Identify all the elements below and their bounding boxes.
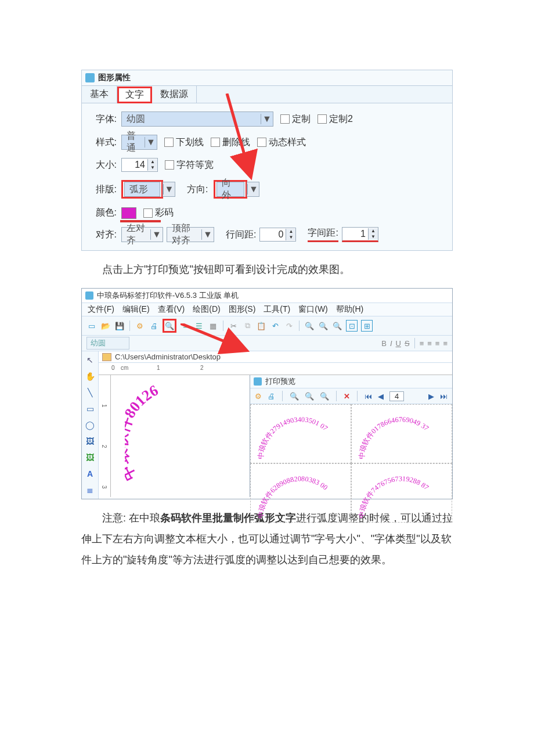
check-custom2[interactable]: 定制2 bbox=[317, 113, 353, 125]
label-align: 对齐: bbox=[88, 229, 117, 241]
check-dynamic[interactable]: 动态样式 bbox=[257, 136, 306, 149]
menu-draw[interactable]: 绘图(D) bbox=[193, 304, 220, 315]
tab-text[interactable]: 文字 bbox=[117, 87, 152, 103]
italic-icon[interactable]: I bbox=[390, 339, 392, 348]
paste-icon[interactable]: 📋 bbox=[256, 321, 266, 331]
print-icon[interactable]: 🖨 bbox=[149, 321, 159, 331]
menu-edit[interactable]: 编辑(E) bbox=[122, 304, 150, 315]
preview-title-text: 打印预览 bbox=[265, 376, 295, 387]
zoom-fit-icon[interactable]: 🔍 bbox=[320, 392, 329, 401]
menu-file[interactable]: 文件(F) bbox=[88, 304, 114, 315]
align-left-icon[interactable]: ≡ bbox=[420, 339, 424, 348]
charspacing-spinner[interactable]: 1 ▲▼ bbox=[342, 227, 378, 242]
open-icon[interactable]: 📂 bbox=[100, 321, 111, 331]
layout-combo[interactable]: 弧形 bbox=[124, 182, 160, 197]
spin-down-icon[interactable]: ▼ bbox=[369, 234, 378, 240]
redo-icon[interactable]: ↷ bbox=[284, 321, 294, 331]
pointer-icon[interactable]: ↖ bbox=[85, 355, 95, 365]
direction-arrow[interactable]: ▼ bbox=[247, 182, 259, 197]
style-combo[interactable]: 普通 ▼ bbox=[121, 135, 157, 150]
line-icon[interactable]: ╲ bbox=[85, 387, 95, 398]
print-icon[interactable]: 🖨 bbox=[268, 392, 275, 401]
next-page-icon[interactable]: ▶ bbox=[428, 392, 434, 401]
zoom-out-icon[interactable]: 🔍 bbox=[305, 392, 314, 401]
layers-icon[interactable]: ☰ bbox=[194, 321, 204, 331]
spin-up-icon[interactable]: ▲ bbox=[286, 229, 295, 235]
align-right-icon[interactable]: ≡ bbox=[435, 339, 440, 348]
label-style: 样式: bbox=[88, 136, 117, 149]
menu-view[interactable]: 查看(V) bbox=[158, 304, 185, 315]
zoom-in-icon[interactable]: 🔍 bbox=[290, 392, 299, 401]
menu-help[interactable]: 帮助(H) bbox=[336, 304, 363, 315]
chevron-down-icon: ▼ bbox=[247, 184, 259, 195]
arc-text-main[interactable]: 中琅软件80126 bbox=[125, 378, 241, 494]
cut-icon[interactable]: ✂ bbox=[228, 321, 239, 331]
svg-text:中琅软件27914903403501 07: 中琅软件27914903403501 07 bbox=[257, 415, 329, 459]
settings-icon[interactable]: ⚙ bbox=[135, 321, 145, 331]
spin-up-icon[interactable]: ▲ bbox=[369, 228, 378, 234]
hand-icon[interactable]: ✋ bbox=[85, 371, 95, 381]
label-font: 字体: bbox=[88, 113, 117, 125]
close-icon[interactable]: ✕ bbox=[344, 392, 350, 401]
size-spinner[interactable]: 14 ▲▼ bbox=[121, 158, 158, 172]
halign-combo[interactable]: 左对齐 ▼ bbox=[121, 227, 163, 242]
spin-up-icon[interactable]: ▲ bbox=[148, 159, 157, 165]
undo-icon[interactable]: ↶ bbox=[270, 321, 280, 331]
zoom-in-icon[interactable]: 🔍 bbox=[304, 321, 315, 331]
zoom-actual-icon[interactable]: ⊡ bbox=[346, 320, 358, 332]
image-icon[interactable]: 🖼 bbox=[85, 436, 95, 447]
print-preview-icon[interactable]: 🔍 bbox=[164, 321, 175, 331]
check-colorcode[interactable]: 彩码 bbox=[143, 207, 174, 219]
underline-icon[interactable]: U bbox=[396, 339, 401, 348]
menu-window[interactable]: 窗口(W) bbox=[298, 304, 328, 315]
preview-grid: 中琅软件27914903403501 07 中琅软件01786646769049… bbox=[250, 404, 452, 523]
copy-icon[interactable]: ⧉ bbox=[242, 321, 252, 331]
ellipse-icon[interactable]: ◯ bbox=[85, 420, 95, 430]
chevron-down-icon: ▼ bbox=[150, 229, 163, 240]
font-name-field[interactable]: 幼圆 bbox=[86, 337, 129, 350]
image2-icon[interactable]: 🖼 bbox=[85, 452, 95, 463]
align-center-icon[interactable]: ≡ bbox=[427, 339, 432, 348]
save-icon[interactable]: 💾 bbox=[114, 321, 125, 331]
database-icon[interactable]: ≡ bbox=[180, 321, 190, 331]
strike-icon[interactable]: S bbox=[405, 339, 410, 348]
direction-combo[interactable]: 向外 bbox=[217, 182, 244, 197]
grid-icon[interactable]: ▦ bbox=[208, 321, 218, 331]
spin-down-icon[interactable]: ▼ bbox=[286, 235, 295, 240]
richtext-icon[interactable]: ≣ bbox=[85, 485, 95, 495]
prev-page-icon[interactable]: ◀ bbox=[378, 392, 384, 401]
layout-arrow[interactable]: ▼ bbox=[163, 182, 175, 197]
label-charspacing: 字间距: bbox=[308, 227, 338, 242]
design-canvas[interactable]: 1 2 3 中琅软件80126 打印预览 bbox=[99, 375, 452, 497]
linespacing-value: 0 bbox=[260, 229, 286, 240]
color-swatch[interactable] bbox=[121, 207, 136, 219]
check-custom1[interactable]: 定制 bbox=[280, 113, 311, 125]
tab-basic[interactable]: 基本 bbox=[82, 86, 117, 103]
menu-tool[interactable]: 工具(T) bbox=[264, 304, 290, 315]
bold-icon[interactable]: B bbox=[381, 339, 387, 348]
zoom-out-icon[interactable]: 🔍 bbox=[318, 321, 329, 331]
page-number-field[interactable]: 4 bbox=[389, 391, 404, 401]
check-mono[interactable]: 字符等宽 bbox=[165, 159, 214, 171]
settings-icon[interactable]: ⚙ bbox=[255, 392, 262, 401]
app-window: 中琅条码标签打印软件-V6.5.3 工业版 单机 文件(F) 编辑(E) 查看(… bbox=[81, 288, 453, 499]
zoom-fit-icon[interactable]: 🔍 bbox=[332, 321, 342, 331]
check-underline[interactable]: 下划线 bbox=[164, 136, 204, 149]
spin-down-icon[interactable]: ▼ bbox=[148, 165, 157, 171]
new-icon[interactable]: ▭ bbox=[86, 321, 97, 331]
menu-shape[interactable]: 图形(S) bbox=[229, 304, 256, 315]
font-combo[interactable]: 幼圆 ▼ bbox=[121, 111, 273, 127]
valign-combo[interactable]: 顶部对齐 ▼ bbox=[167, 227, 214, 242]
rect-icon[interactable]: ▭ bbox=[85, 404, 95, 414]
check-strike[interactable]: 删除线 bbox=[211, 136, 250, 149]
linespacing-spinner[interactable]: 0 ▲▼ bbox=[259, 228, 296, 242]
align-justify-icon[interactable]: ≡ bbox=[443, 339, 448, 348]
app-icon bbox=[254, 377, 262, 386]
first-page-icon[interactable]: ⏮ bbox=[365, 392, 372, 401]
last-page-icon[interactable]: ⏭ bbox=[440, 392, 448, 401]
style-value: 普通 bbox=[122, 130, 145, 154]
zoom-sel-icon[interactable]: ⊞ bbox=[361, 320, 373, 332]
text-icon[interactable]: A bbox=[85, 469, 95, 479]
tab-datasource[interactable]: 数据源 bbox=[152, 86, 197, 103]
work-area: ↖ ✋ ╲ ▭ ◯ 🖼 🖼 A ≣ C:\Users\Administrator… bbox=[82, 351, 452, 499]
